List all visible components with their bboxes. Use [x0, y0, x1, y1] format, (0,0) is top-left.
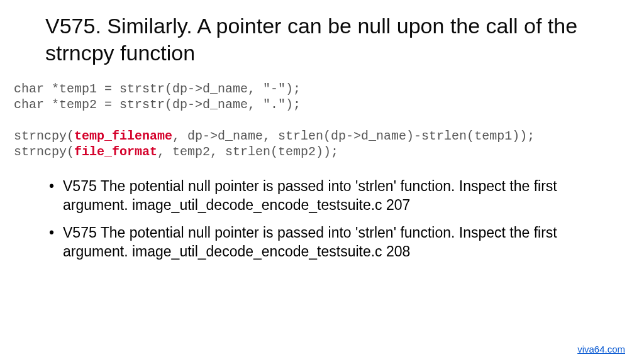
- code-line-4-highlight: file_format: [74, 145, 157, 159]
- code-line-2: char *temp2 = strstr(dp->d_name, ".");: [14, 97, 301, 112]
- code-line-3-highlight: temp_filename: [74, 129, 172, 143]
- code-line-1: char *temp1 = strstr(dp->d_name, "-");: [14, 82, 301, 96]
- footer-link[interactable]: viva64.com: [577, 344, 625, 354]
- list-item: V575 The potential null pointer is passe…: [45, 177, 606, 215]
- code-line-4-pre: strncpy(: [14, 145, 74, 159]
- bullet-list: V575 The potential null pointer is passe…: [45, 177, 606, 261]
- slide-title: V575. Similarly. A pointer can be null u…: [45, 13, 606, 66]
- list-item: V575 The potential null pointer is passe…: [45, 224, 606, 261]
- code-line-4-post: , temp2, strlen(temp2));: [157, 145, 338, 159]
- code-line-3-post: , dp->d_name, strlen(dp->d_name)-strlen(…: [172, 129, 535, 143]
- code-line-3-pre: strncpy(: [14, 129, 74, 143]
- slide: V575. Similarly. A pointer can be null u…: [0, 0, 644, 362]
- code-block: char *temp1 = strstr(dp->d_name, "-"); c…: [14, 81, 631, 160]
